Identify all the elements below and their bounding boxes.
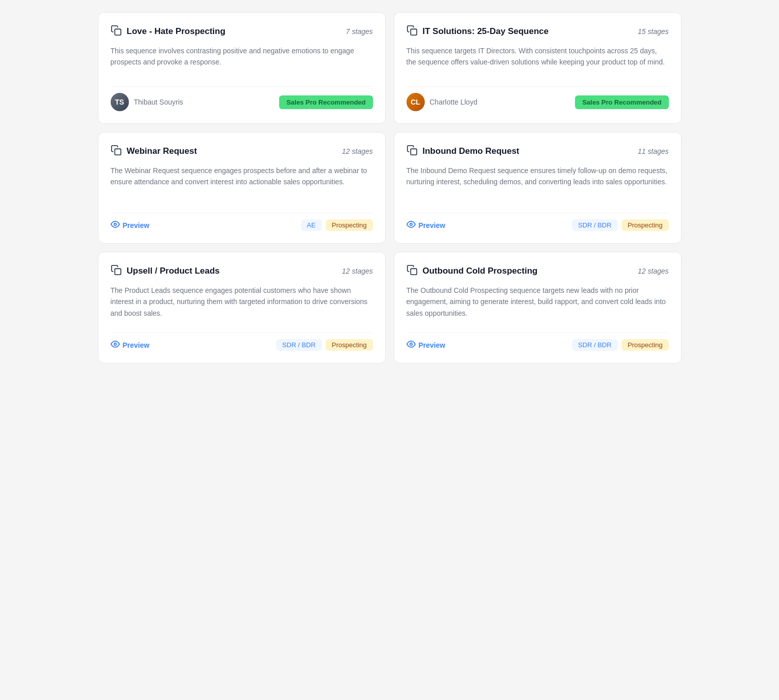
svg-rect-6 bbox=[115, 269, 121, 275]
card-title: IT Solutions: 25-Day Sequence bbox=[423, 26, 549, 37]
badge-recommended: Sales Pro Recommended bbox=[279, 95, 372, 109]
card-title: Outbound Cold Prospecting bbox=[423, 266, 538, 276]
svg-rect-2 bbox=[115, 149, 121, 155]
card-title-row: Inbound Demo Request bbox=[407, 145, 520, 158]
card-description: The Product Leads sequence engages poten… bbox=[111, 285, 373, 324]
copy-icon[interactable] bbox=[407, 25, 418, 38]
author-name: Charlotte Lloyd bbox=[430, 98, 478, 106]
tag-0[interactable]: SDR / BDR bbox=[572, 339, 618, 351]
tag-0[interactable]: SDR / BDR bbox=[572, 219, 618, 231]
tag-1[interactable]: Prospecting bbox=[326, 219, 373, 231]
avatar: TS bbox=[111, 93, 129, 111]
copy-icon[interactable] bbox=[407, 264, 418, 278]
card-header: Upsell / Product Leads12 stages bbox=[111, 264, 373, 278]
preview-link[interactable]: Preview bbox=[407, 220, 446, 230]
stages-label: 15 stages bbox=[638, 27, 669, 36]
card-title: Upsell / Product Leads bbox=[127, 266, 220, 276]
card-description: The Inbound Demo Request sequence ensure… bbox=[407, 165, 669, 205]
card-upsell-product: Upsell / Product Leads12 stagesThe Produ… bbox=[98, 252, 386, 363]
card-header: Love - Hate Prospecting7 stages bbox=[111, 25, 373, 38]
svg-rect-0 bbox=[115, 29, 121, 35]
svg-point-3 bbox=[114, 223, 116, 226]
card-footer: PreviewSDR / BDRProspecting bbox=[407, 332, 669, 351]
svg-rect-4 bbox=[411, 149, 417, 155]
card-description: This sequence targets IT Directors. With… bbox=[407, 45, 669, 78]
preview-label: Preview bbox=[419, 341, 446, 349]
preview-link[interactable]: Preview bbox=[111, 340, 150, 350]
card-description: The Webinar Request sequence engages pro… bbox=[111, 165, 373, 205]
tags: SDR / BDRProspecting bbox=[572, 219, 668, 231]
eye-icon bbox=[111, 340, 120, 350]
card-webinar-request: Webinar Request12 stagesThe Webinar Requ… bbox=[98, 132, 386, 244]
card-description: This sequence involves contrasting posit… bbox=[111, 45, 373, 78]
preview-label: Preview bbox=[123, 221, 150, 229]
stages-label: 7 stages bbox=[346, 27, 373, 36]
svg-rect-8 bbox=[411, 269, 417, 275]
tags: SDR / BDRProspecting bbox=[276, 339, 372, 351]
copy-icon[interactable] bbox=[111, 25, 122, 38]
card-it-solutions: IT Solutions: 25-Day Sequence15 stagesTh… bbox=[394, 12, 682, 124]
card-header: Webinar Request12 stages bbox=[111, 145, 373, 158]
tag-1[interactable]: Prospecting bbox=[326, 339, 373, 351]
preview-label: Preview bbox=[123, 341, 150, 349]
card-title-row: Love - Hate Prospecting bbox=[111, 25, 226, 38]
eye-icon bbox=[407, 340, 416, 350]
stages-label: 12 stages bbox=[638, 267, 669, 275]
card-inbound-demo: Inbound Demo Request11 stagesThe Inbound… bbox=[394, 132, 682, 244]
avatar: CL bbox=[407, 93, 425, 111]
author-info: CLCharlotte Lloyd bbox=[407, 93, 478, 111]
card-footer: PreviewSDR / BDRProspecting bbox=[407, 213, 669, 231]
svg-point-9 bbox=[410, 343, 412, 346]
author-name: Thibaut Souyris bbox=[134, 98, 183, 106]
cards-grid: Love - Hate Prospecting7 stagesThis sequ… bbox=[98, 12, 682, 363]
card-footer: CLCharlotte LloydSales Pro Recommended bbox=[407, 86, 669, 111]
tag-0[interactable]: SDR / BDR bbox=[276, 339, 322, 351]
svg-point-5 bbox=[410, 223, 412, 226]
card-footer: PreviewAEProspecting bbox=[111, 213, 373, 231]
preview-label: Preview bbox=[419, 221, 446, 229]
card-title: Love - Hate Prospecting bbox=[127, 26, 226, 37]
card-description: The Outbound Cold Prospecting sequence t… bbox=[407, 285, 669, 324]
tag-0[interactable]: AE bbox=[301, 219, 322, 231]
card-footer: PreviewSDR / BDRProspecting bbox=[111, 332, 373, 351]
tag-1[interactable]: Prospecting bbox=[622, 219, 669, 231]
eye-icon bbox=[407, 220, 416, 230]
card-love-hate: Love - Hate Prospecting7 stagesThis sequ… bbox=[98, 12, 386, 124]
eye-icon bbox=[111, 220, 120, 230]
svg-rect-1 bbox=[411, 29, 417, 35]
card-title: Inbound Demo Request bbox=[423, 146, 520, 156]
card-title-row: Webinar Request bbox=[111, 145, 197, 158]
card-title-row: Outbound Cold Prospecting bbox=[407, 264, 538, 278]
author-info: TSThibaut Souyris bbox=[111, 93, 183, 111]
copy-icon[interactable] bbox=[111, 264, 122, 278]
preview-link[interactable]: Preview bbox=[407, 340, 446, 350]
card-title: Webinar Request bbox=[127, 146, 197, 156]
tags: AEProspecting bbox=[301, 219, 373, 231]
card-title-row: IT Solutions: 25-Day Sequence bbox=[407, 25, 549, 38]
card-header: IT Solutions: 25-Day Sequence15 stages bbox=[407, 25, 669, 38]
card-footer: TSThibaut SouyrisSales Pro Recommended bbox=[111, 86, 373, 111]
card-header: Inbound Demo Request11 stages bbox=[407, 145, 669, 158]
tags: SDR / BDRProspecting bbox=[572, 339, 668, 351]
stages-label: 12 stages bbox=[342, 147, 373, 155]
preview-link[interactable]: Preview bbox=[111, 220, 150, 230]
svg-point-7 bbox=[114, 343, 116, 346]
copy-icon[interactable] bbox=[111, 145, 122, 158]
stages-label: 11 stages bbox=[638, 147, 669, 155]
card-title-row: Upsell / Product Leads bbox=[111, 264, 220, 278]
card-outbound-cold: Outbound Cold Prospecting12 stagesThe Ou… bbox=[394, 252, 682, 363]
copy-icon[interactable] bbox=[407, 145, 418, 158]
badge-recommended: Sales Pro Recommended bbox=[575, 95, 668, 109]
tag-1[interactable]: Prospecting bbox=[622, 339, 669, 351]
stages-label: 12 stages bbox=[342, 267, 373, 275]
card-header: Outbound Cold Prospecting12 stages bbox=[407, 264, 669, 278]
